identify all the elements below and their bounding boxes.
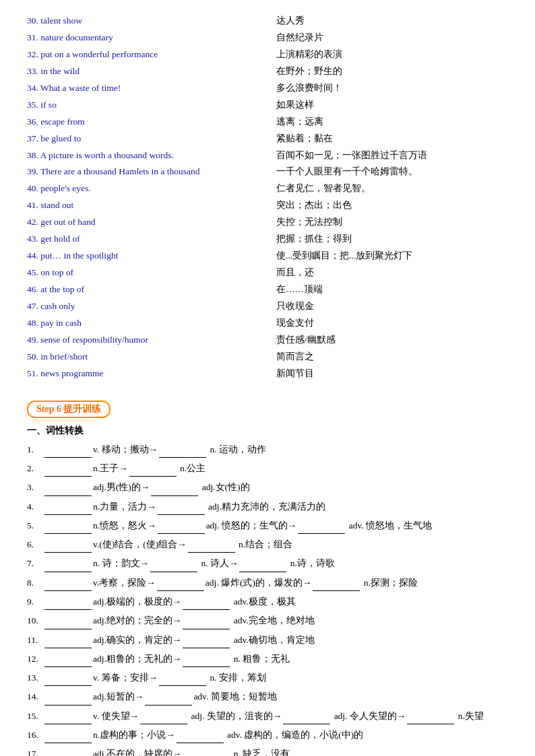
- vocab-english: 47. cash only: [27, 299, 276, 314]
- fill-blank[interactable]: [44, 745, 92, 756]
- exercise-row: 4. n.力量，活力→ adj.精力充沛的，充满活力的: [27, 498, 508, 515]
- fill-blank[interactable]: [44, 479, 92, 495]
- exercises-section: 1. v. 移动；搬动→ n. 运动，动作2. n.王子→ n.公主3. adj…: [27, 441, 508, 756]
- exercise-content: n.力量，活力→ adj.精力充沛的，充满活力的: [43, 498, 508, 515]
- exercise-row: 8. v.考察，探险→ adj. 爆炸(式)的，爆发的→ n.探测；探险: [27, 574, 508, 591]
- fill-blank[interactable]: [239, 555, 286, 572]
- exercise-number: 5.: [27, 518, 43, 534]
- fill-blank[interactable]: [44, 517, 92, 534]
- exercise-content: v. 移动；搬动→ n. 运动，动作: [43, 441, 508, 458]
- fill-blank[interactable]: [159, 669, 206, 686]
- vocab-chinese: 责任感/幽默感: [276, 333, 508, 348]
- exercise-content: v. 使失望→ adj. 失望的，沮丧的→ adj. 令人失望的→ n.失望: [43, 708, 508, 724]
- vocab-row: 42. get out of hand失控；无法控制: [27, 215, 508, 230]
- fill-blank[interactable]: [157, 574, 204, 591]
- fill-blank[interactable]: [188, 536, 235, 553]
- exercise-content: n.愤怒，怒火→ adj. 愤怒的；生气的→ adv. 愤怒地，生气地: [43, 517, 508, 534]
- vocab-row: 49. sense of responsibility/humor责任感/幽默感: [27, 333, 508, 348]
- exercise-row: 3. adj.男(性)的→ adj.女(性)的: [27, 479, 508, 495]
- exercise-row: 2. n.王子→ n.公主: [27, 460, 508, 477]
- exercise-content: adj.确实的，肯定的→ adv.确切地，肯定地: [43, 631, 508, 648]
- fill-blank[interactable]: [158, 498, 205, 515]
- exercise-row: 17. adj.不在的，缺席的→ n. 缺乏，没有: [27, 745, 508, 756]
- fill-blank[interactable]: [158, 517, 205, 534]
- fill-blank[interactable]: [183, 745, 230, 756]
- vocab-row: 50. in brief/short简而言之: [27, 349, 508, 365]
- vocab-row: 46. at the top of在……顶端: [27, 282, 508, 298]
- exercise-number: 17.: [27, 746, 43, 756]
- exercise-number: 4.: [27, 499, 43, 515]
- fill-blank[interactable]: [44, 441, 92, 458]
- fill-blank[interactable]: [44, 650, 92, 667]
- vocab-chinese: 紧贴着；黏在: [276, 131, 508, 147]
- exercise-row: 15. v. 使失望→ adj. 失望的，沮丧的→ adj. 令人失望的→ n.…: [27, 708, 508, 724]
- fill-blank[interactable]: [129, 460, 177, 477]
- vocab-section: 30. talent show达人秀31. nature documentary…: [27, 13, 508, 382]
- vocab-english: 38. A picture is worth a thousand words.: [27, 148, 276, 164]
- vocab-row: 48. pay in cash现金支付: [27, 316, 508, 331]
- fill-blank[interactable]: [44, 536, 92, 553]
- vocab-row: 37. be glued to紧贴着；黏在: [27, 131, 508, 147]
- exercise-number: 8.: [27, 575, 43, 591]
- fill-blank[interactable]: [159, 441, 206, 458]
- exercise-content: adj.绝对的；完全的→ adv.完全地，绝对地: [43, 612, 508, 629]
- exercise-row: 6. v.(使)结合，(使)组合→ n.结合；组合: [27, 536, 508, 553]
- fill-blank[interactable]: [44, 593, 92, 610]
- fill-blank[interactable]: [298, 517, 345, 534]
- fill-blank[interactable]: [183, 612, 230, 629]
- vocab-english: 36. escape from: [27, 114, 276, 130]
- exercise-row: 16. n.虚构的事；小说→ adv. 虚构的，编造的，小说(中)的: [27, 726, 508, 743]
- fill-blank[interactable]: [44, 498, 92, 515]
- fill-blank[interactable]: [183, 593, 230, 610]
- exercise-content: v. 筹备；安排→ n. 安排，筹划: [43, 669, 508, 686]
- exercise-content: adj.短暂的→ adv. 简要地；短暂地: [43, 688, 508, 705]
- fill-blank[interactable]: [44, 669, 92, 686]
- vocab-row: 44. put… in the spotlight使...受到瞩目；把...放到…: [27, 248, 508, 264]
- step-header: Step 6 提升训练: [27, 401, 111, 418]
- exercise-row: 1. v. 移动；搬动→ n. 运动，动作: [27, 441, 508, 458]
- fill-blank[interactable]: [283, 708, 330, 724]
- fill-blank[interactable]: [44, 688, 92, 705]
- fill-blank[interactable]: [183, 650, 230, 667]
- fill-blank[interactable]: [44, 612, 92, 629]
- vocab-chinese: 多么浪费时间！: [276, 81, 508, 96]
- exercise-number: 16.: [27, 727, 43, 743]
- fill-blank[interactable]: [44, 631, 92, 648]
- vocab-english: 37. be glued to: [27, 131, 276, 147]
- exercise-row: 12. adj.粗鲁的；无礼的→ n. 粗鲁；无礼: [27, 650, 508, 667]
- exercise-row: 10. adj.绝对的；完全的→ adv.完全地，绝对地: [27, 612, 508, 629]
- vocab-chinese: 如果这样: [276, 98, 508, 113]
- vocab-english: 41. stand out: [27, 198, 276, 213]
- vocab-chinese: 达人秀: [276, 13, 508, 29]
- vocab-chinese: 只收现金: [276, 299, 508, 314]
- vocab-english: 50. in brief/short: [27, 349, 276, 365]
- fill-blank[interactable]: [183, 631, 230, 648]
- fill-blank[interactable]: [145, 688, 192, 705]
- fill-blank[interactable]: [177, 726, 224, 743]
- vocab-english: 40. people's eyes.: [27, 181, 276, 197]
- fill-blank[interactable]: [44, 574, 92, 591]
- exercise-row: 13. v. 筹备；安排→ n. 安排，筹划: [27, 669, 508, 686]
- vocab-chinese: 把握；抓住；得到: [276, 232, 508, 247]
- fill-blank[interactable]: [150, 555, 197, 572]
- fill-blank[interactable]: [44, 726, 92, 743]
- exercise-number: 2.: [27, 460, 43, 477]
- fill-blank[interactable]: [407, 708, 454, 724]
- exercise-number: 9.: [27, 594, 43, 610]
- vocab-row: 47. cash only只收现金: [27, 299, 508, 314]
- vocab-chinese: 自然纪录片: [276, 30, 508, 46]
- fill-blank[interactable]: [44, 708, 92, 724]
- fill-blank[interactable]: [140, 708, 187, 724]
- exercise-number: 3.: [27, 479, 43, 495]
- fill-blank[interactable]: [313, 574, 360, 591]
- exercise-content: n.王子→ n.公主: [43, 460, 508, 477]
- vocab-chinese: 仁者见仁，智者见智。: [276, 181, 508, 197]
- vocab-chinese: 百闻不如一见；一张图胜过千言万语: [276, 148, 508, 164]
- vocab-row: 30. talent show达人秀: [27, 13, 508, 29]
- vocab-row: 33. in the wild在野外；野生的: [27, 64, 508, 79]
- fill-blank[interactable]: [44, 555, 92, 572]
- fill-blank[interactable]: [151, 479, 198, 495]
- vocab-chinese: 现金支付: [276, 316, 508, 331]
- fill-blank[interactable]: [44, 460, 92, 477]
- vocab-row: 45. on top of而且，还: [27, 265, 508, 281]
